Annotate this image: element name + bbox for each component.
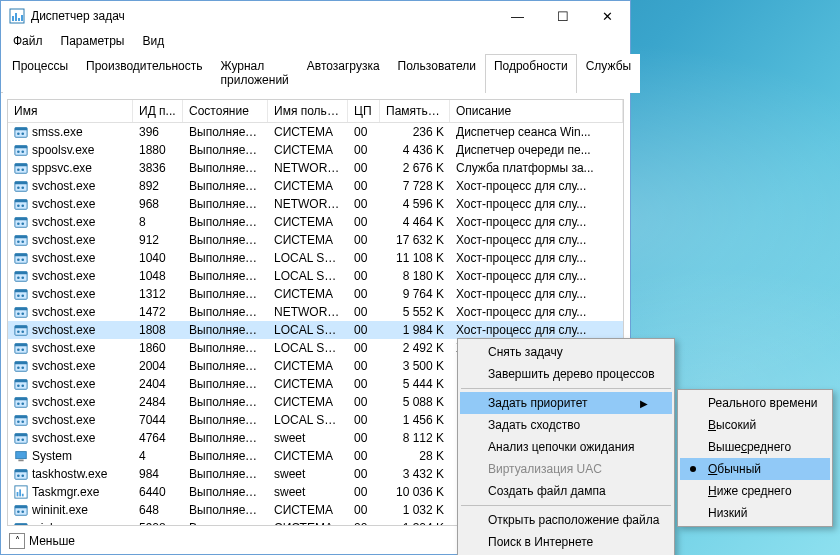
process-icon — [14, 359, 28, 373]
process-icon — [14, 179, 28, 193]
table-row[interactable]: svchost.exe892ВыполняетсяСИСТЕМА007 728 … — [8, 177, 623, 195]
table-row[interactable]: svchost.exe1040ВыполняетсяLOCAL SE...001… — [8, 249, 623, 267]
tab-5[interactable]: Подробности — [485, 54, 577, 93]
svg-point-16 — [21, 168, 24, 171]
priority-realtime[interactable]: Реального времени — [680, 392, 830, 414]
table-row[interactable]: smss.exe396ВыполняетсяСИСТЕМА00236 KДисп… — [8, 123, 623, 141]
svg-rect-70 — [15, 416, 27, 419]
table-row[interactable]: svchost.exe1312ВыполняетсяСИСТЕМА009 764… — [8, 285, 623, 303]
ctx-create-dump[interactable]: Создать файл дампа — [460, 480, 672, 502]
svg-point-60 — [21, 366, 24, 369]
svg-point-23 — [17, 204, 20, 207]
svg-rect-4 — [21, 15, 23, 21]
svg-rect-42 — [15, 290, 27, 293]
tab-0[interactable]: Процессы — [3, 54, 77, 93]
svg-point-89 — [17, 510, 20, 513]
menu-file[interactable]: Файл — [5, 32, 51, 50]
close-button[interactable]: ✕ — [585, 1, 630, 31]
svg-point-56 — [21, 348, 24, 351]
svg-rect-50 — [15, 326, 27, 329]
process-icon — [14, 125, 28, 139]
table-row[interactable]: svchost.exe8ВыполняетсяСИСТЕМА004 464 KХ… — [8, 213, 623, 231]
svg-rect-77 — [16, 452, 27, 459]
process-icon — [14, 503, 28, 517]
tab-1[interactable]: Производительность — [77, 54, 211, 93]
priority-high[interactable]: Высокий — [680, 414, 830, 436]
tab-6[interactable]: Службы — [577, 54, 640, 93]
svg-rect-3 — [18, 18, 20, 21]
svg-rect-2 — [15, 13, 17, 21]
ctx-open-location[interactable]: Открыть расположение файла — [460, 509, 672, 531]
table-row[interactable]: sppsvc.exe3836ВыполняетсяNETWORK...002 6… — [8, 159, 623, 177]
svg-point-81 — [17, 474, 20, 477]
menu-view[interactable]: Вид — [134, 32, 172, 50]
svg-rect-38 — [15, 272, 27, 275]
table-row[interactable]: svchost.exe1808ВыполняетсяLOCAL SE...001… — [8, 321, 623, 339]
table-row[interactable]: spoolsv.exe1880ВыполняетсяСИСТЕМА004 436… — [8, 141, 623, 159]
priority-below-normal[interactable]: Ниже среднего — [680, 480, 830, 502]
svg-rect-26 — [15, 218, 27, 221]
svg-point-8 — [21, 132, 24, 135]
titlebar[interactable]: Диспетчер задач — ☐ ✕ — [1, 1, 630, 31]
process-icon — [14, 395, 28, 409]
process-icon — [14, 251, 28, 265]
svg-rect-10 — [15, 146, 27, 149]
col-user-header[interactable]: Имя польз... — [268, 100, 348, 122]
svg-point-90 — [21, 510, 24, 513]
menu-options[interactable]: Параметры — [53, 32, 133, 50]
ctx-set-affinity[interactable]: Задать сходство — [460, 414, 672, 436]
svg-point-19 — [17, 186, 20, 189]
process-icon — [14, 467, 28, 481]
window-controls: — ☐ ✕ — [495, 1, 630, 31]
menubar: Файл Параметры Вид — [1, 31, 630, 51]
svg-point-63 — [17, 384, 20, 387]
minimize-button[interactable]: — — [495, 1, 540, 31]
chevron-up-icon: ˄ — [9, 533, 25, 549]
svg-point-7 — [17, 132, 20, 135]
priority-low[interactable]: Низкий — [680, 502, 830, 524]
maximize-button[interactable]: ☐ — [540, 1, 585, 31]
col-desc-header[interactable]: Описание — [450, 100, 623, 122]
table-row[interactable]: svchost.exe1472ВыполняетсяNETWORK...005 … — [8, 303, 623, 321]
ctx-end-task[interactable]: Снять задачу — [460, 341, 672, 363]
ctx-search-online[interactable]: Поиск в Интернете — [460, 531, 672, 553]
process-icon — [14, 449, 28, 463]
chevron-right-icon: ▶ — [620, 398, 648, 409]
svg-rect-30 — [15, 236, 27, 239]
col-mem-header[interactable]: Память (ч... — [380, 100, 450, 122]
fewer-details-button[interactable]: ˄ Меньше — [9, 533, 75, 549]
tabs: ПроцессыПроизводительностьЖурнал приложе… — [1, 53, 630, 93]
svg-point-72 — [21, 420, 24, 423]
ctx-end-tree[interactable]: Завершить дерево процессов — [460, 363, 672, 385]
dot-icon — [690, 466, 696, 472]
process-icon — [14, 197, 28, 211]
priority-above-normal[interactable]: Выше среднего — [680, 436, 830, 458]
tab-3[interactable]: Автозагрузка — [298, 54, 389, 93]
svg-rect-46 — [15, 308, 27, 311]
svg-point-64 — [21, 384, 24, 387]
col-cpu-header[interactable]: ЦП — [348, 100, 380, 122]
col-name-header[interactable]: Имя — [8, 100, 133, 122]
process-icon — [14, 485, 28, 499]
svg-point-40 — [21, 276, 24, 279]
svg-rect-6 — [15, 128, 27, 131]
svg-rect-74 — [15, 434, 27, 437]
svg-point-71 — [17, 420, 20, 423]
svg-point-76 — [21, 438, 24, 441]
table-row[interactable]: svchost.exe912ВыполняетсяСИСТЕМА0017 632… — [8, 231, 623, 249]
app-icon — [9, 8, 25, 24]
table-row[interactable]: svchost.exe1048ВыполняетсяLOCAL SE...008… — [8, 267, 623, 285]
process-icon — [14, 377, 28, 391]
ctx-set-priority[interactable]: Задать приоритет ▶ — [460, 392, 672, 414]
tab-4[interactable]: Пользователи — [389, 54, 485, 93]
svg-rect-86 — [22, 494, 24, 497]
ctx-wait-chain[interactable]: Анализ цепочки ожидания — [460, 436, 672, 458]
svg-rect-92 — [15, 524, 27, 525]
table-row[interactable]: svchost.exe968ВыполняетсяNETWORK...004 5… — [8, 195, 623, 213]
svg-rect-54 — [15, 344, 27, 347]
col-pid-header[interactable]: ИД п... — [133, 100, 183, 122]
tab-2[interactable]: Журнал приложений — [212, 54, 298, 93]
priority-normal[interactable]: Обычный — [680, 458, 830, 480]
grid-header[interactable]: Имя ИД п... Состояние Имя польз... ЦП Па… — [8, 100, 623, 123]
col-state-header[interactable]: Состояние — [183, 100, 268, 122]
